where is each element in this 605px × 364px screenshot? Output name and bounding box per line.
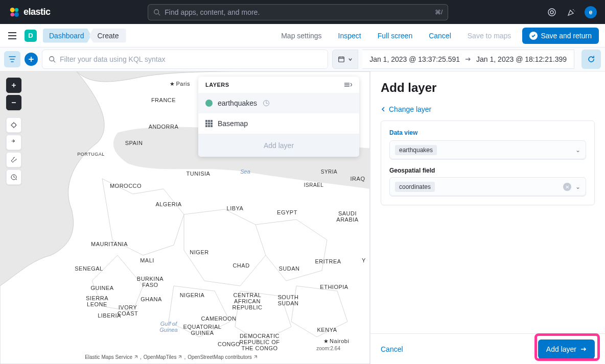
add-layer-flyout: Add layer Change layer Data view earthqu… [370, 71, 605, 364]
map-label: DEMOCRATIC REPUBLIC OF THE CONGO [240, 333, 280, 351]
layer-item-basemap[interactable]: Basemap [198, 113, 359, 134]
expand-button[interactable] [6, 135, 21, 150]
user-avatar[interactable]: e [585, 6, 597, 18]
map-label: SYRIA [321, 169, 338, 175]
svg-line-11 [54, 61, 56, 63]
query-bar: Filter your data using KQL syntax Jan 1,… [0, 47, 605, 71]
nav-toggle-button[interactable] [6, 30, 18, 42]
map-label: IRAQ [351, 176, 365, 182]
time-range-display[interactable]: Jan 1, 2023 @ 13:37:25.591 Jan 1, 2023 @… [362, 50, 574, 69]
map-label: EQUATORIAL GUINEA [183, 324, 222, 336]
timeslider-button[interactable] [6, 169, 21, 185]
layer-swatch-icon [205, 100, 213, 107]
map-label: MAURITANIA [91, 241, 128, 247]
svg-point-3 [14, 12, 19, 17]
search-icon [49, 56, 56, 63]
svg-point-0 [10, 8, 15, 12]
brand-name: elastic [24, 7, 51, 17]
full-screen-button[interactable]: Full screen [373, 29, 417, 43]
geo-field-label: Geospatial field [389, 167, 586, 174]
layers-panel: LAYERS earthquakes Basemap Add layer [198, 77, 359, 157]
elastic-logo-icon [8, 6, 20, 18]
add-layer-submit-button[interactable]: Add layer [538, 339, 595, 359]
crumb-dashboard[interactable]: Dashboard [43, 29, 91, 43]
tools-button[interactable] [6, 152, 21, 167]
plus-icon [28, 56, 34, 62]
map-canvas[interactable]: Paris FRANCE SPAIN ANDORRA PORTUGAL MORO… [0, 71, 370, 364]
flyout-cancel-button[interactable]: Cancel [381, 345, 403, 353]
time-aware-icon [263, 100, 269, 106]
refresh-button[interactable] [581, 50, 601, 69]
svg-point-4 [154, 9, 159, 14]
map-label: GHANA [141, 296, 162, 302]
map-label: Nairobi [323, 338, 350, 345]
svg-point-17 [12, 123, 16, 127]
zoom-in-button[interactable] [6, 78, 21, 93]
map-label: FRANCE [151, 97, 176, 103]
map-label: Sea [240, 168, 250, 175]
map-label: SAUDI ARABIA [336, 210, 358, 223]
layers-title: LAYERS [205, 82, 229, 88]
global-search-input[interactable]: Find apps, content, and more. ⌘/ [148, 4, 448, 20]
chevron-down-icon [348, 57, 353, 62]
add-filter-button[interactable] [25, 53, 38, 66]
newsfeed-icon[interactable] [546, 6, 558, 18]
svg-point-10 [50, 57, 54, 61]
change-layer-link[interactable]: Change layer [370, 101, 605, 120]
brand-logo[interactable]: elastic [8, 6, 51, 18]
zoom-out-button[interactable] [6, 95, 21, 110]
shortcut-hint: ⌘/ [435, 9, 443, 16]
flyout-title: Add layer [381, 81, 595, 95]
fit-to-data-button[interactable] [6, 117, 21, 133]
map-label: ALGERIA [155, 201, 181, 207]
data-view-value: earthquakes [395, 145, 437, 155]
basemap-swatch-icon [205, 120, 213, 127]
save-to-maps-button: Save to maps [462, 29, 517, 43]
map-label: TUNISIA [187, 171, 211, 177]
time-picker-button[interactable] [332, 50, 358, 69]
svg-point-7 [550, 11, 553, 14]
data-view-select[interactable]: earthquakes ⌄ [389, 140, 586, 160]
save-and-return-button[interactable]: Save and return [522, 28, 599, 44]
geo-field-select[interactable]: coordinates ✕ ⌄ [389, 177, 586, 197]
map-settings-button[interactable]: Map settings [276, 29, 327, 43]
celebrate-icon[interactable] [565, 6, 577, 18]
flyout-footer: Cancel Add layer [370, 333, 605, 364]
map-label: CENTRAL AFRICAN REPUBLIC [232, 292, 262, 310]
layer-item-earthquakes[interactable]: earthquakes [198, 93, 359, 113]
geo-field-value: coordinates [395, 182, 435, 192]
kql-query-input[interactable]: Filter your data using KQL syntax [42, 50, 328, 69]
inspect-button[interactable]: Inspect [333, 29, 366, 43]
map-label: EGYPT [277, 209, 297, 215]
map-label: IVORY COAST [118, 304, 138, 317]
collapse-panel-button[interactable] [344, 82, 352, 88]
chevron-down-icon: ⌄ [575, 147, 580, 154]
refresh-icon [587, 55, 595, 63]
external-link-icon [133, 355, 138, 359]
svg-point-6 [548, 9, 555, 16]
map-label: SOUTH SUDAN [277, 294, 298, 306]
map-tools [6, 78, 21, 185]
add-layer-disabled-button: Add layer [198, 134, 359, 157]
map-label: KENYA [317, 327, 337, 333]
filter-menu-button[interactable] [4, 51, 20, 67]
svg-point-2 [11, 12, 15, 16]
map-label: MOROCCO [110, 183, 142, 189]
map-label: ISRAEL [304, 182, 324, 188]
chevron-down-icon: ⌄ [575, 183, 580, 190]
clear-selection-button[interactable]: ✕ [563, 183, 571, 191]
search-icon [153, 9, 160, 16]
map-label: SIERRA LEONE [86, 295, 108, 307]
space-selector[interactable]: D [25, 30, 37, 42]
crumb-create: Create [89, 29, 126, 43]
breadcrumb: Dashboard Create [43, 29, 126, 43]
svg-point-1 [15, 8, 19, 12]
data-view-label: Data view [389, 129, 586, 136]
map-label: CONGO [218, 341, 240, 347]
arrow-right-icon [465, 57, 471, 62]
external-link-icon [177, 355, 182, 359]
app-subheader: D Dashboard Create Map settings Inspect … [0, 24, 605, 47]
svg-line-5 [158, 13, 160, 15]
cancel-button[interactable]: Cancel [424, 29, 456, 43]
svg-rect-12 [339, 57, 344, 62]
